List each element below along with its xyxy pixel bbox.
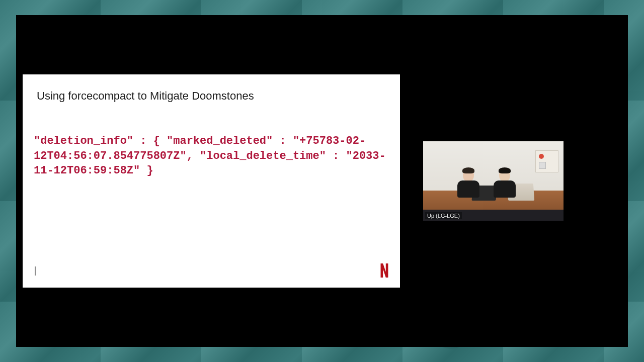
presentation-slide: Using forcecompact to Mitigate Doomstone… xyxy=(23,74,400,288)
netflix-logo-icon xyxy=(380,263,389,278)
torso-icon xyxy=(494,180,516,198)
hair-icon xyxy=(462,167,474,173)
slide-code-block: "deletion_info" : { "marked_deleted" : "… xyxy=(34,134,389,178)
video-stage: Using forcecompact to Mitigate Doomstone… xyxy=(16,15,628,347)
presenter-left xyxy=(456,168,480,198)
webcam-participant-label: Up (LG-LGE) xyxy=(425,212,462,219)
panel-button-icon xyxy=(539,162,546,169)
wall-control-panel xyxy=(535,150,558,172)
panel-indicator-icon xyxy=(539,154,544,159)
torso-icon xyxy=(457,180,479,198)
slide-title: Using forcecompact to Mitigate Doomstone… xyxy=(37,89,254,103)
webcam-scene xyxy=(423,141,564,221)
presenter-right xyxy=(493,168,517,198)
text-cursor xyxy=(35,266,36,276)
webcam-feed: Up (LG-LGE) xyxy=(423,141,564,221)
hair-icon xyxy=(499,167,511,173)
